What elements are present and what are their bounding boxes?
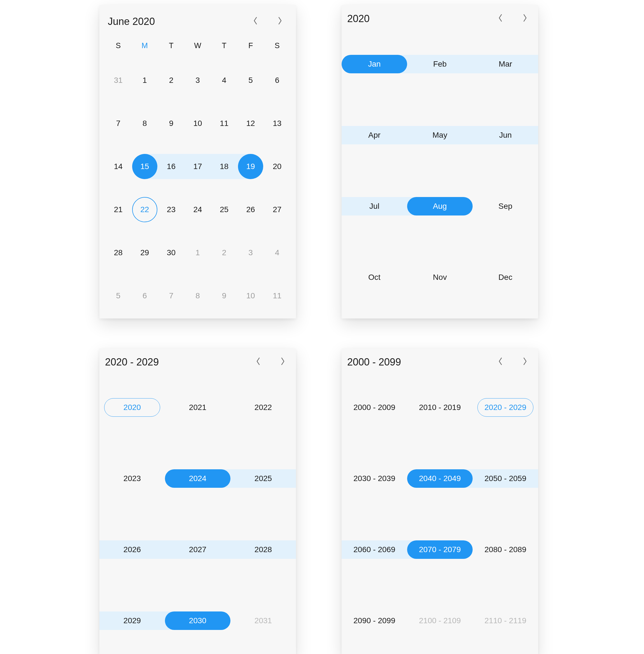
year-cell[interactable]: 2025	[230, 469, 296, 488]
calendar-day-cell[interactable]: 31	[106, 68, 131, 93]
month-picker-title[interactable]: 2020	[347, 13, 483, 25]
calendar-day-cell[interactable]: 5	[238, 68, 263, 93]
calendar-days-panel: June 2020 SMTWTFS 3112345678910111213141…	[99, 5, 296, 318]
calendar-day-cell[interactable]: 8	[132, 111, 157, 136]
year-cell[interactable]: 2029	[99, 611, 165, 630]
calendar-day-cell[interactable]: 4	[264, 240, 290, 265]
calendar-day-cell[interactable]: 15	[132, 154, 157, 179]
year-cell[interactable]: 2028	[230, 540, 296, 559]
calendar-day-cell[interactable]: 4	[212, 68, 237, 93]
calendar-day-cell[interactable]: 1	[132, 68, 157, 93]
calendar-day-cell[interactable]: 6	[264, 68, 290, 93]
calendar-day-cell[interactable]: 10	[238, 283, 263, 308]
year-cell[interactable]: 2027	[165, 540, 230, 559]
month-cell-wrap: Feb	[407, 28, 473, 100]
month-cell[interactable]: Apr	[342, 126, 407, 144]
year-cell[interactable]: 2024	[165, 469, 230, 488]
decade-cell[interactable]: 2030 - 2039	[342, 469, 407, 488]
year-picker-title[interactable]: 2020 - 2029	[105, 356, 241, 368]
calendar-day-cell[interactable]: 8	[185, 283, 210, 308]
calendar-day-cell[interactable]: 7	[106, 111, 131, 136]
calendar-day-cell[interactable]: 11	[212, 111, 237, 136]
decade-cell[interactable]: 2080 - 2089	[473, 540, 538, 559]
calendar-day-cell[interactable]: 2	[212, 240, 237, 265]
decade-cell[interactable]: 2060 - 2069	[342, 540, 407, 559]
year-cell[interactable]: 2030	[165, 611, 230, 630]
decade-cell[interactable]: 2070 - 2079	[407, 540, 473, 559]
month-cell[interactable]: Jan	[342, 55, 407, 73]
year-cell-wrap: 2021	[165, 372, 230, 443]
month-cell[interactable]: Sep	[473, 197, 538, 216]
decade-cell[interactable]: 2020 - 2029	[477, 398, 533, 417]
year-cell[interactable]: 2026	[99, 540, 165, 559]
month-cell[interactable]: Oct	[342, 268, 407, 287]
calendar-day-cell[interactable]: 24	[185, 197, 210, 222]
year-grid: 2020202120222023202420252026202720282029…	[99, 372, 296, 654]
calendar-day-cell[interactable]: 16	[159, 154, 184, 179]
calendar-day-cell[interactable]: 7	[159, 283, 184, 308]
year-cell-wrap: 2028	[230, 514, 296, 585]
month-cell[interactable]: Nov	[407, 268, 473, 287]
calendar-day-cell[interactable]: 9	[212, 283, 237, 308]
next-century-button[interactable]	[518, 355, 533, 370]
calendar-day-cell[interactable]: 9	[159, 111, 184, 136]
decade-cell-wrap: 2020 - 2029	[473, 372, 538, 443]
prev-decade-button[interactable]	[251, 355, 266, 370]
calendar-day-cell[interactable]: 21	[106, 197, 131, 222]
month-cell[interactable]: May	[407, 126, 473, 144]
chevron-right-icon	[280, 357, 285, 367]
calendar-title[interactable]: June 2020	[108, 16, 238, 27]
calendar-day-cell[interactable]: 13	[264, 111, 290, 136]
calendar-day-cell[interactable]: 17	[185, 154, 210, 179]
year-cell[interactable]: 2020	[104, 398, 160, 417]
next-decade-button[interactable]	[275, 355, 290, 370]
month-cell[interactable]: Feb	[407, 55, 473, 73]
year-cell[interactable]: 2031	[230, 611, 296, 630]
year-cell[interactable]: 2023	[99, 469, 165, 488]
calendar-day-cell[interactable]: 27	[264, 197, 290, 222]
calendar-day-cell[interactable]: 18	[212, 154, 237, 179]
prev-month-button[interactable]	[248, 14, 263, 29]
decade-cell[interactable]: 2000 - 2009	[342, 398, 407, 417]
calendar-day-cell[interactable]: 10	[185, 111, 210, 136]
decade-cell[interactable]: 2050 - 2059	[473, 469, 538, 488]
calendar-day-cell[interactable]: 11	[264, 283, 290, 308]
calendar-day-cell[interactable]: 5	[106, 283, 131, 308]
year-cell[interactable]: 2021	[165, 398, 230, 417]
month-cell[interactable]: Jul	[342, 197, 407, 216]
month-cell[interactable]: Mar	[473, 55, 538, 73]
calendar-day-cell[interactable]: 12	[238, 111, 263, 136]
year-cell[interactable]: 2022	[230, 398, 296, 417]
decade-cell[interactable]: 2110 - 2119	[473, 611, 538, 630]
prev-century-button[interactable]	[493, 355, 508, 370]
calendar-day-cell[interactable]: 30	[159, 240, 184, 265]
calendar-day-cell[interactable]: 3	[238, 240, 263, 265]
next-year-button[interactable]	[518, 11, 533, 26]
decade-cell-wrap: 2100 - 2109	[407, 585, 473, 654]
calendar-day-cell[interactable]: 19	[238, 154, 263, 179]
calendar-day-cell[interactable]: 1	[185, 240, 210, 265]
decade-cell[interactable]: 2090 - 2099	[342, 611, 407, 630]
prev-year-button[interactable]	[493, 11, 508, 26]
calendar-day-cell[interactable]: 20	[264, 154, 290, 179]
decade-cell[interactable]: 2040 - 2049	[407, 469, 473, 488]
calendar-day-cell[interactable]: 3	[185, 68, 210, 93]
month-cell[interactable]: Jun	[473, 126, 538, 144]
calendar-day-cell[interactable]: 14	[106, 154, 131, 179]
decade-picker-title[interactable]: 2000 - 2099	[347, 356, 483, 368]
chevron-left-icon	[253, 17, 258, 27]
calendar-day-cell[interactable]: 23	[159, 197, 184, 222]
decade-cell[interactable]: 2100 - 2109	[407, 611, 473, 630]
calendar-day-cell[interactable]: 22	[132, 197, 157, 222]
calendar-day-cell[interactable]: 28	[106, 240, 131, 265]
calendar-day-cell[interactable]: 29	[132, 240, 157, 265]
calendar-day-cell[interactable]: 6	[132, 283, 157, 308]
decade-cell[interactable]: 2010 - 2019	[407, 398, 473, 417]
calendar-day-cell[interactable]: 25	[212, 197, 237, 222]
month-cell[interactable]: Dec	[473, 268, 538, 287]
month-cell[interactable]: Aug	[407, 197, 473, 216]
calendar-day-cell[interactable]: 26	[238, 197, 263, 222]
calendar-weeks: 3112345678910111213141516171819202122232…	[105, 63, 290, 313]
next-month-button[interactable]	[272, 14, 288, 29]
calendar-day-cell[interactable]: 2	[159, 68, 184, 93]
